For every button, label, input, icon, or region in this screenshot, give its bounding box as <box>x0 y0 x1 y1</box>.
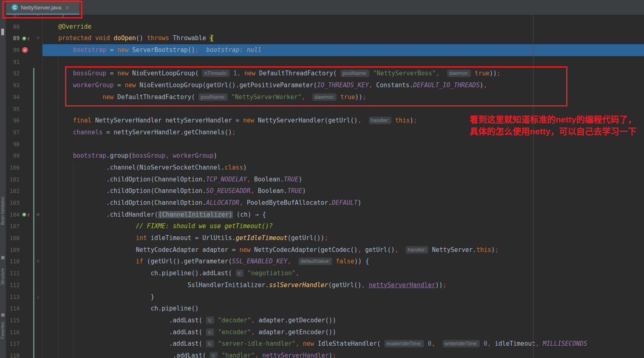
override-method-icon[interactable]: O↑ <box>22 209 30 221</box>
line-number[interactable]: 116 <box>6 326 20 338</box>
gutter[interactable]: 101 <box>6 174 43 186</box>
line-number[interactable]: 118 <box>6 350 20 358</box>
line-number[interactable]: 91 <box>6 56 20 68</box>
gutter[interactable]: 117 <box>6 338 43 350</box>
line-number[interactable]: 113 <box>6 291 20 303</box>
fold-marker[interactable]: ▽ <box>34 256 42 267</box>
line-number[interactable]: 90 <box>6 44 20 56</box>
code-line[interactable]: 117 .addLast( s: "server-idle-handler", … <box>6 338 644 350</box>
toolwindow-structure[interactable]: Structure <box>0 268 5 285</box>
code-text[interactable]: ch.pipeline() <box>43 303 644 315</box>
override-method-icon[interactable]: O↑ <box>22 32 30 44</box>
line-number[interactable]: 111 <box>6 267 20 279</box>
code-text[interactable]: .childOption(ChannelOption.SO_REUSEADDR,… <box>43 185 644 197</box>
code-text[interactable]: } <box>43 291 644 303</box>
code-text[interactable]: .addLast( s: "encoder", adapter.getEncod… <box>43 326 644 338</box>
code-text[interactable]: SslHandlerInitializer.sslServerHandler(g… <box>43 279 644 291</box>
gutter[interactable]: 91 <box>6 56 43 68</box>
gutter[interactable]: 115 <box>6 315 43 326</box>
code-text[interactable]: .childOption(ChannelOption.ALLOCATOR, Po… <box>43 197 644 209</box>
code-line[interactable]: 101 .childOption(ChannelOption.TCP_NODEL… <box>6 174 644 186</box>
gutter[interactable]: 104O↑⊞ <box>6 209 43 221</box>
code-text[interactable]: .addLast( s: "decoder", adapter.getDecod… <box>43 315 644 326</box>
line-number[interactable]: 92 <box>6 68 20 79</box>
gutter[interactable]: 113△ <box>6 291 43 303</box>
code-line[interactable]: 115 .addLast( s: "decoder", adapter.getD… <box>6 315 644 326</box>
line-number[interactable]: 93 <box>6 79 20 91</box>
line-number[interactable]: 117 <box>6 338 20 350</box>
line-number[interactable]: 112 <box>6 279 20 291</box>
code-line[interactable]: 99 bootstrap.group(bossGroup, workerGrou… <box>6 150 644 162</box>
gutter[interactable]: 96 <box>6 115 43 127</box>
line-number[interactable]: 104 <box>6 209 20 221</box>
code-line[interactable]: 118 .addLast( s: "handler", nettyServerH… <box>6 350 644 358</box>
gutter[interactable]: 103 <box>6 197 43 209</box>
toolwindow-bean-validation[interactable]: Bean Validation <box>0 197 5 225</box>
code-line[interactable]: 114 ch.pipeline() <box>6 303 644 315</box>
toolwindow-favorites[interactable]: Favorites <box>0 322 5 339</box>
gutter[interactable]: 111 <box>6 267 43 279</box>
line-number[interactable]: 97 <box>6 127 20 138</box>
line-number[interactable]: 108 <box>6 232 20 244</box>
code-line[interactable]: 112 SslHandlerInitializer.sslServerHandl… <box>6 279 644 291</box>
code-text[interactable]: NettyCodecAdapter adapter = new NettyCod… <box>43 244 644 256</box>
line-number[interactable]: 100 <box>6 162 20 174</box>
code-line[interactable]: 109 NettyCodecAdapter adapter = new Nett… <box>6 244 644 256</box>
gutter[interactable]: 90✔ <box>6 44 43 56</box>
code-line[interactable]: 104O↑⊞ .childHandler((ChannelInitializer… <box>6 209 644 221</box>
gutter[interactable]: 110▽ <box>6 256 43 267</box>
code-text[interactable]: .addLast( s: "handler", nettyServerHandl… <box>43 350 644 358</box>
breakpoint-check-icon[interactable]: ✔ <box>22 44 28 56</box>
gutter[interactable]: 116 <box>6 326 43 338</box>
line-number[interactable]: 110 <box>6 256 20 267</box>
gutter[interactable]: 97 <box>6 127 43 138</box>
code-text[interactable]: bootstrap.group(bossGroup, workerGroup) <box>43 150 644 162</box>
gutter[interactable]: 95 <box>6 103 43 115</box>
gutter[interactable]: 98 <box>6 138 43 150</box>
fold-marker[interactable]: △ <box>34 291 42 303</box>
code-text[interactable]: .channel(NioServerSocketChannel.class) <box>43 162 644 174</box>
code-line[interactable]: 107 // FIXME: should we use getTimeout()… <box>6 220 644 232</box>
gutter[interactable]: 108 <box>6 232 43 244</box>
line-number[interactable]: 94 <box>6 91 20 103</box>
line-number[interactable]: 88 <box>6 21 20 33</box>
code-line[interactable]: 100 .channel(NioServerSocketChannel.clas… <box>6 162 644 174</box>
code-text[interactable]: .childOption(ChannelOption.TCP_NODELAY, … <box>43 174 644 186</box>
gutter[interactable]: 109 <box>6 244 43 256</box>
line-number[interactable]: 103 <box>6 197 20 209</box>
line-number[interactable]: 114 <box>6 303 20 315</box>
code-text[interactable]: ch.pipeline().addLast( s: "negotiation", <box>43 267 644 279</box>
code-text[interactable]: if (getUrl().getParameter(SSL_ENABLED_KE… <box>43 256 644 267</box>
line-number[interactable]: 89 <box>6 32 20 44</box>
gutter[interactable]: 118 <box>6 350 43 358</box>
code-text[interactable]: .addLast( s: "server-idle-handler", new … <box>43 338 644 350</box>
code-line[interactable]: 110▽ if (getUrl().getParameter(SSL_ENABL… <box>6 256 644 267</box>
code-line[interactable]: 88 @Override <box>6 21 644 33</box>
line-number[interactable]: 109 <box>6 244 20 256</box>
code-text[interactable]: // FIXME: should we use getTimeout()? <box>43 220 644 232</box>
code-line[interactable]: 113△ } <box>6 291 644 303</box>
gutter[interactable]: 107 <box>6 220 43 232</box>
code-line[interactable]: 87⊟ */ <box>6 15 644 21</box>
line-number[interactable]: 102 <box>6 185 20 197</box>
code-text[interactable]: @Override <box>43 21 644 33</box>
code-line[interactable]: 116 .addLast( s: "encoder", adapter.getE… <box>6 326 644 338</box>
code-text[interactable] <box>43 138 644 150</box>
toolwindow-icon[interactable] <box>1 313 5 317</box>
line-number[interactable]: 99 <box>6 150 20 162</box>
gutter[interactable]: 112 <box>6 279 43 291</box>
code-text[interactable]: bootstrap = new ServerBootstrap(); boots… <box>43 44 644 56</box>
code-line[interactable]: 103 .childOption(ChannelOption.ALLOCATOR… <box>6 197 644 209</box>
gutter[interactable]: 88 <box>6 21 43 33</box>
gutter[interactable]: 89O↑▽ <box>6 32 43 44</box>
code-text[interactable]: */ <box>43 15 644 21</box>
code-line[interactable]: 98 <box>6 138 644 150</box>
line-number[interactable]: 98 <box>6 138 20 150</box>
code-line[interactable]: 108 int idleTimeout = UrlUtils.getIdleTi… <box>6 232 644 244</box>
line-number[interactable]: 107 <box>6 220 20 232</box>
gutter[interactable]: 114 <box>6 303 43 315</box>
line-number[interactable]: 96 <box>6 115 20 127</box>
code-line[interactable]: 89O↑▽ protected void doOpen() throws Thr… <box>6 32 644 44</box>
code-line[interactable]: 111 ch.pipeline().addLast( s: "negotiati… <box>6 267 644 279</box>
line-number[interactable]: 101 <box>6 174 20 186</box>
